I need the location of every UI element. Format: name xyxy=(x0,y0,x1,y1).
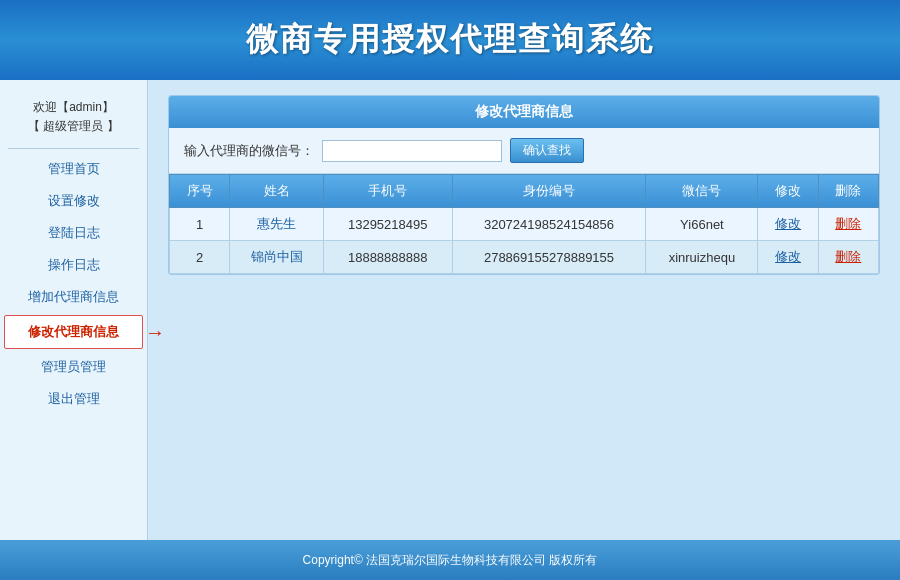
sidebar-item-home[interactable]: 管理首页 xyxy=(0,153,147,185)
panel: 修改代理商信息 输入代理商的微信号： 确认查找 序号 姓名 手机号 身份编号 微… xyxy=(168,95,880,275)
sidebar-active-wrapper: 修改代理商信息 → xyxy=(0,315,147,349)
content-area: 修改代理商信息 输入代理商的微信号： 确认查找 序号 姓名 手机号 身份编号 微… xyxy=(148,80,900,540)
footer-text: Copyright© 法国克瑞尔国际生物科技有限公司 版权所有 xyxy=(303,552,598,569)
panel-title: 修改代理商信息 xyxy=(169,96,879,128)
cell-delete-2[interactable]: 删除 xyxy=(818,241,878,274)
col-index: 序号 xyxy=(170,175,230,208)
search-bar: 输入代理商的微信号： 确认查找 xyxy=(169,128,879,174)
sidebar-item-add-agent[interactable]: 增加代理商信息 xyxy=(0,281,147,313)
cell-name-2[interactable]: 锦尚中国 xyxy=(230,241,324,274)
welcome-line1: 欢迎【admin】 xyxy=(5,98,142,117)
cell-delete-1[interactable]: 删除 xyxy=(818,208,878,241)
footer: Copyright© 法国克瑞尔国际生物科技有限公司 版权所有 xyxy=(0,540,900,580)
main-container: 欢迎【admin】 【 超级管理员 】 管理首页 设置修改 登陆日志 操作日志 … xyxy=(0,80,900,540)
header: 微商专用授权代理查询系统 xyxy=(0,0,900,80)
col-wechat: 微信号 xyxy=(646,175,758,208)
sidebar-item-logout[interactable]: 退出管理 xyxy=(0,383,147,415)
cell-phone-2: 18888888888 xyxy=(323,241,452,274)
data-table: 序号 姓名 手机号 身份编号 微信号 修改 删除 1 惠先生 132952184… xyxy=(169,174,879,274)
sidebar-item-login-log[interactable]: 登陆日志 xyxy=(0,217,147,249)
sidebar-welcome: 欢迎【admin】 【 超级管理员 】 xyxy=(0,90,147,144)
cell-wechat-2: xinruizhequ xyxy=(646,241,758,274)
col-name: 姓名 xyxy=(230,175,324,208)
col-edit: 修改 xyxy=(758,175,818,208)
table-head: 序号 姓名 手机号 身份编号 微信号 修改 删除 xyxy=(170,175,879,208)
cell-id-1: 320724198524154856 xyxy=(452,208,646,241)
cell-index-2: 2 xyxy=(170,241,230,274)
cell-phone-1: 13295218495 xyxy=(323,208,452,241)
table-header-row: 序号 姓名 手机号 身份编号 微信号 修改 删除 xyxy=(170,175,879,208)
table-row: 2 锦尚中国 18888888888 278869155278889155 xi… xyxy=(170,241,879,274)
search-button[interactable]: 确认查找 xyxy=(510,138,584,163)
sidebar-item-settings[interactable]: 设置修改 xyxy=(0,185,147,217)
col-id: 身份编号 xyxy=(452,175,646,208)
arrow-icon: → xyxy=(145,321,165,344)
search-label: 输入代理商的微信号： xyxy=(184,142,314,160)
cell-edit-2[interactable]: 修改 xyxy=(758,241,818,274)
cell-id-2: 278869155278889155 xyxy=(452,241,646,274)
cell-name-1[interactable]: 惠先生 xyxy=(230,208,324,241)
col-delete: 删除 xyxy=(818,175,878,208)
table-row: 1 惠先生 13295218495 320724198524154856 Yi6… xyxy=(170,208,879,241)
cell-wechat-1: Yi66net xyxy=(646,208,758,241)
sidebar-item-admin-manage[interactable]: 管理员管理 xyxy=(0,351,147,383)
cell-edit-1[interactable]: 修改 xyxy=(758,208,818,241)
header-title: 微商专用授权代理查询系统 xyxy=(246,18,654,62)
sidebar-item-edit-agent[interactable]: 修改代理商信息 xyxy=(4,315,143,349)
table-body: 1 惠先生 13295218495 320724198524154856 Yi6… xyxy=(170,208,879,274)
sidebar-divider xyxy=(8,148,139,149)
sidebar-item-op-log[interactable]: 操作日志 xyxy=(0,249,147,281)
col-phone: 手机号 xyxy=(323,175,452,208)
welcome-line2: 【 超级管理员 】 xyxy=(5,117,142,136)
cell-index-1: 1 xyxy=(170,208,230,241)
search-input[interactable] xyxy=(322,140,502,162)
sidebar: 欢迎【admin】 【 超级管理员 】 管理首页 设置修改 登陆日志 操作日志 … xyxy=(0,80,148,540)
